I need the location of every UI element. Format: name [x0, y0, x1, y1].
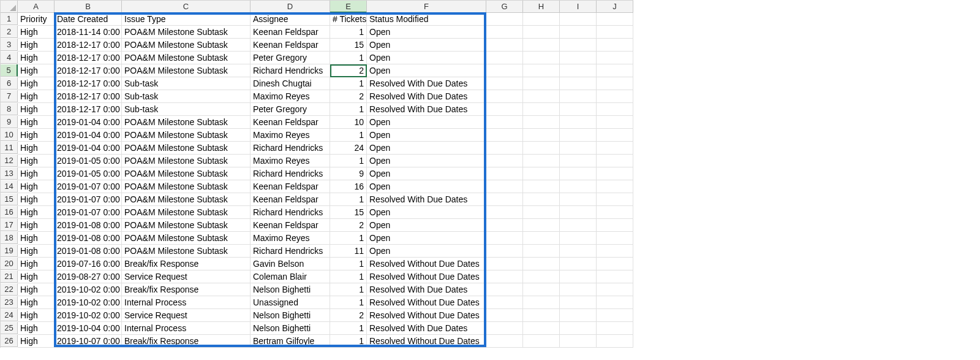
cell-F12[interactable]: Open [367, 155, 486, 167]
cell-E25[interactable]: 1 [330, 322, 367, 335]
cell-J4[interactable] [597, 52, 633, 64]
cell-H23[interactable] [523, 296, 560, 309]
select-all-corner[interactable] [1, 1, 18, 13]
cell-H13[interactable] [523, 167, 560, 180]
cell-I6[interactable] [560, 77, 597, 90]
cell-J13[interactable] [597, 167, 633, 180]
cell-A9[interactable]: High [18, 116, 55, 129]
cell-H16[interactable] [523, 206, 560, 219]
cell-C21[interactable]: Service Request [122, 270, 251, 283]
cell-E5[interactable]: 2 [330, 64, 367, 77]
cell-E8[interactable]: 1 [330, 103, 367, 116]
cell-A21[interactable]: High [18, 270, 55, 283]
cell-G8[interactable] [486, 103, 523, 116]
cell-B20[interactable]: 2019-07-16 0:00 [55, 258, 122, 270]
cell-D10[interactable]: Maximo Reyes [251, 129, 330, 142]
cell-G14[interactable] [486, 180, 523, 193]
cell-B15[interactable]: 2019-01-07 0:00 [55, 193, 122, 206]
cell-C11[interactable]: POA&M Milestone Subtask [122, 142, 251, 155]
cell-E20[interactable]: 1 [330, 258, 367, 270]
cell-F24[interactable]: Resolved Without Due Dates [367, 309, 486, 322]
cell-A14[interactable]: High [18, 180, 55, 193]
cell-E26[interactable]: 1 [330, 335, 367, 348]
cell-D12[interactable]: Maximo Reyes [251, 155, 330, 167]
cell-J2[interactable] [597, 26, 633, 39]
cell-F11[interactable]: Open [367, 142, 486, 155]
cell-A20[interactable]: High [18, 258, 55, 270]
cell-F26[interactable]: Resolved Without Due Dates [367, 335, 486, 348]
cell-D26[interactable]: Bertram Gilfoyle [251, 335, 330, 348]
cell-D2[interactable]: Keenan Feldspar [251, 26, 330, 39]
row-header-4[interactable]: 4 [1, 52, 18, 64]
cell-F19[interactable]: Open [367, 245, 486, 258]
cell-J11[interactable] [597, 142, 633, 155]
cell-G15[interactable] [486, 193, 523, 206]
cell-I22[interactable] [560, 283, 597, 296]
cell-G23[interactable] [486, 296, 523, 309]
cell-H26[interactable] [523, 335, 560, 348]
cell-H22[interactable] [523, 283, 560, 296]
cell-J6[interactable] [597, 77, 633, 90]
cell-E24[interactable]: 2 [330, 309, 367, 322]
row-header-26[interactable]: 26 [1, 335, 18, 347]
row-header-21[interactable]: 21 [1, 270, 18, 283]
cell-C7[interactable]: Sub-task [122, 90, 251, 103]
cell-B11[interactable]: 2019-01-04 0:00 [55, 142, 122, 155]
cell-A1[interactable]: Priority [18, 13, 55, 26]
cell-E22[interactable]: 1 [330, 283, 367, 296]
cell-A11[interactable]: High [18, 142, 55, 155]
cell-C17[interactable]: POA&M Milestone Subtask [122, 219, 251, 232]
cell-B9[interactable]: 2019-01-04 0:00 [55, 116, 122, 129]
cell-I14[interactable] [560, 180, 597, 193]
cell-E12[interactable]: 1 [330, 155, 367, 167]
cell-J7[interactable] [597, 90, 633, 103]
cell-I25[interactable] [560, 322, 597, 335]
cell-F20[interactable]: Resolved Without Due Dates [367, 258, 486, 270]
cell-G11[interactable] [486, 142, 523, 155]
cell-B24[interactable]: 2019-10-02 0:00 [55, 309, 122, 322]
cell-D3[interactable]: Keenan Feldspar [251, 39, 330, 52]
cell-D14[interactable]: Keenan Feldspar [251, 180, 330, 193]
cell-G12[interactable] [486, 155, 523, 167]
cell-C6[interactable]: Sub-task [122, 77, 251, 90]
cell-B16[interactable]: 2019-01-07 0:00 [55, 206, 122, 219]
cell-B25[interactable]: 2019-10-04 0:00 [55, 322, 122, 335]
cell-J17[interactable] [597, 219, 633, 232]
cell-J18[interactable] [597, 232, 633, 245]
cell-B18[interactable]: 2019-01-08 0:00 [55, 232, 122, 245]
cell-H14[interactable] [523, 180, 560, 193]
cell-A6[interactable]: High [18, 77, 55, 90]
cell-I17[interactable] [560, 219, 597, 232]
cell-B4[interactable]: 2018-12-17 0:00 [55, 52, 122, 64]
cell-H9[interactable] [523, 116, 560, 129]
cell-B13[interactable]: 2019-01-05 0:00 [55, 167, 122, 180]
cell-C3[interactable]: POA&M Milestone Subtask [122, 39, 251, 52]
cell-A7[interactable]: High [18, 90, 55, 103]
col-header-A[interactable]: A [18, 1, 55, 13]
row-header-10[interactable]: 10 [1, 129, 18, 141]
cell-B6[interactable]: 2018-12-17 0:00 [55, 77, 122, 90]
cell-H8[interactable] [523, 103, 560, 116]
cell-E4[interactable]: 1 [330, 52, 367, 64]
cell-G21[interactable] [486, 270, 523, 283]
cell-F17[interactable]: Open [367, 219, 486, 232]
row-header-22[interactable]: 22 [1, 283, 18, 296]
cell-B17[interactable]: 2019-01-08 0:00 [55, 219, 122, 232]
col-header-B[interactable]: B [55, 1, 122, 13]
cell-G22[interactable] [486, 283, 523, 296]
cell-F23[interactable]: Resolved Without Due Dates [367, 296, 486, 309]
col-header-J[interactable]: J [597, 1, 633, 13]
cell-D9[interactable]: Keenan Feldspar [251, 116, 330, 129]
cell-A24[interactable]: High [18, 309, 55, 322]
cell-I10[interactable] [560, 129, 597, 142]
cell-D8[interactable]: Peter Gregory [251, 103, 330, 116]
cell-D24[interactable]: Nelson Bighetti [251, 309, 330, 322]
cell-F8[interactable]: Resolved With Due Dates [367, 103, 486, 116]
cell-I23[interactable] [560, 296, 597, 309]
cell-F3[interactable]: Open [367, 39, 486, 52]
cell-A2[interactable]: High [18, 26, 55, 39]
cell-H20[interactable] [523, 258, 560, 270]
cell-G6[interactable] [486, 77, 523, 90]
cell-G24[interactable] [486, 309, 523, 322]
cell-D19[interactable]: Richard Hendricks [251, 245, 330, 258]
